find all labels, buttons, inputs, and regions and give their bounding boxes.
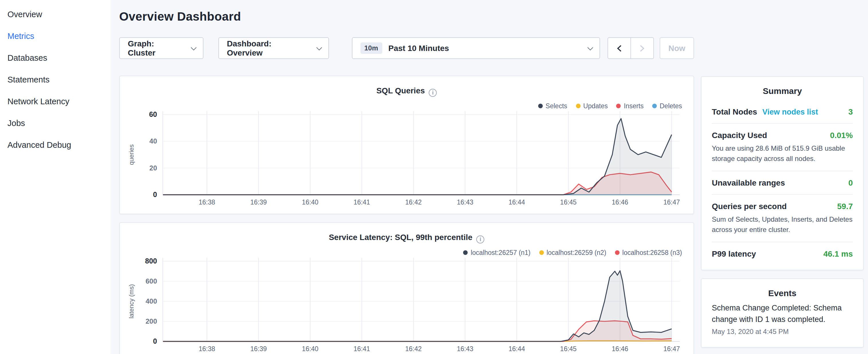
view-nodes-list-link[interactable]: View nodes list [762,108,818,116]
svg-text:16:38: 16:38 [198,345,215,353]
chart-title: Service Latency: SQL, 99th percentile [120,232,693,244]
summary-note: Sum of Selects, Updates, Inserts, and De… [712,214,853,235]
event-timestamp: May 13, 2020 at 4:45 PM [712,328,853,336]
summary-note: You are using 28.6 MiB of 515.9 GiB usab… [712,143,853,164]
svg-text:16:41: 16:41 [353,345,370,353]
summary-label: Capacity Used [712,131,767,140]
summary-row-p99-latency: P99 latency 46.1 ms [712,242,853,265]
svg-text:latency (ms): latency (ms) [128,284,135,319]
svg-text:60: 60 [149,110,157,118]
svg-text:16:40: 16:40 [302,198,319,206]
summary-label: P99 latency [712,249,756,258]
summary-row-queries-per-second: Queries per second 59.7 Sum of Selects, … [712,194,853,242]
dashboard-dropdown[interactable]: Dashboard: Overview [218,37,329,59]
svg-text:16:47: 16:47 [663,345,680,353]
chevron-down-icon [316,44,322,50]
right-column: Summary Total Nodes View nodes list 3 Ca… [701,0,864,354]
events-card: Events Schema Change Completed: Schema c… [701,279,864,348]
time-step-buttons [608,37,654,59]
svg-text:16:43: 16:43 [457,345,473,353]
sidebar-item-databases[interactable]: Databases [0,47,111,69]
svg-text:16:44: 16:44 [508,198,525,206]
svg-text:16:39: 16:39 [250,198,267,206]
dashboard-label: Dashboard: Overview [227,39,309,57]
summary-label: Unavailable ranges [712,178,785,187]
svg-text:16:39: 16:39 [250,345,267,353]
time-range-label: Past 10 Minutes [388,43,449,53]
svg-text:16:46: 16:46 [612,198,628,206]
sidebar-item-advanced-debug[interactable]: Advanced Debug [0,134,111,156]
summary-row-capacity-used: Capacity Used 0.01% You are using 28.6 M… [712,123,853,171]
svg-text:16:42: 16:42 [405,345,422,353]
sql-queries-chart[interactable]: 020406016:3816:3916:4016:4116:4216:4316:… [125,108,690,208]
svg-text:800: 800 [145,257,157,265]
svg-text:400: 400 [146,297,157,305]
summary-row-unavailable-ranges: Unavailable ranges 0 [712,171,853,194]
graph-scope-label: Graph: Cluster [128,39,184,57]
now-button[interactable]: Now [660,37,694,59]
svg-text:16:42: 16:42 [405,198,422,206]
summary-value: 0 [848,178,853,187]
chevron-left-icon [617,44,622,52]
chevron-down-icon [587,44,593,50]
sidebar-item-jobs[interactable]: Jobs [0,112,111,134]
summary-value: 3 [848,107,853,116]
svg-text:0: 0 [153,337,157,345]
event-item[interactable]: Schema Change Completed: Schema change w… [712,302,853,336]
sidebar: Overview Metrics Databases Statements Ne… [0,0,111,354]
svg-text:queries: queries [128,144,135,165]
summary-label: Queries per second [712,202,786,211]
svg-text:40: 40 [149,137,157,145]
summary-value: 46.1 ms [823,249,853,258]
info-icon[interactable] [476,235,485,244]
time-back-button[interactable] [608,37,631,59]
svg-text:16:45: 16:45 [560,345,577,353]
events-title: Events [712,288,853,298]
summary-value: 0.01% [830,131,853,140]
chart-panel-service-latency: Service Latency: SQL, 99th percentile lo… [119,222,694,354]
svg-text:0: 0 [153,190,157,198]
summary-title: Summary [712,86,853,96]
chart-title-text: SQL Queries [376,86,425,95]
svg-text:16:47: 16:47 [663,198,680,206]
page-title: Overview Dashboard [119,10,694,24]
time-forward-button[interactable] [630,37,654,59]
time-range-dropdown[interactable]: 10m Past 10 Minutes [351,37,600,59]
graph-scope-dropdown[interactable]: Graph: Cluster [119,37,204,59]
svg-text:16:44: 16:44 [508,345,525,353]
svg-text:16:45: 16:45 [560,198,577,206]
chevron-down-icon [191,44,196,50]
svg-text:16:41: 16:41 [353,198,370,206]
svg-text:16:46: 16:46 [612,345,628,353]
info-icon[interactable] [429,89,437,97]
svg-text:16:40: 16:40 [302,345,319,353]
chart-title: SQL Queries [120,86,693,97]
main-content: Overview Dashboard Graph: Cluster Dashbo… [119,0,694,354]
summary-label: Total Nodes [712,107,757,116]
svg-text:16:38: 16:38 [198,198,215,206]
sidebar-item-statements[interactable]: Statements [0,69,111,91]
svg-text:16:43: 16:43 [457,198,473,206]
svg-text:20: 20 [149,164,157,172]
service-latency-chart[interactable]: 020040060080016:3816:3916:4016:4116:4216… [125,254,690,354]
sidebar-item-overview[interactable]: Overview [0,3,111,25]
summary-row-total-nodes: Total Nodes View nodes list 3 [712,100,853,123]
event-text: Schema Change Completed: Schema change w… [712,302,853,325]
chart-title-text: Service Latency: SQL, 99th percentile [329,232,472,242]
svg-text:200: 200 [146,317,157,325]
chart-panel-sql-queries: SQL Queries Selects Updates Inserts Del [119,75,694,214]
svg-text:600: 600 [146,277,157,285]
summary-card: Summary Total Nodes View nodes list 3 Ca… [701,76,864,270]
summary-value: 59.7 [837,202,853,211]
app-root: Overview Metrics Databases Statements Ne… [0,0,868,354]
chevron-right-icon [640,44,645,52]
toolbar: Graph: Cluster Dashboard: Overview 10m P… [119,37,694,59]
sidebar-item-metrics[interactable]: Metrics [0,25,111,47]
time-range-badge: 10m [360,42,382,54]
sidebar-item-network-latency[interactable]: Network Latency [0,91,111,112]
